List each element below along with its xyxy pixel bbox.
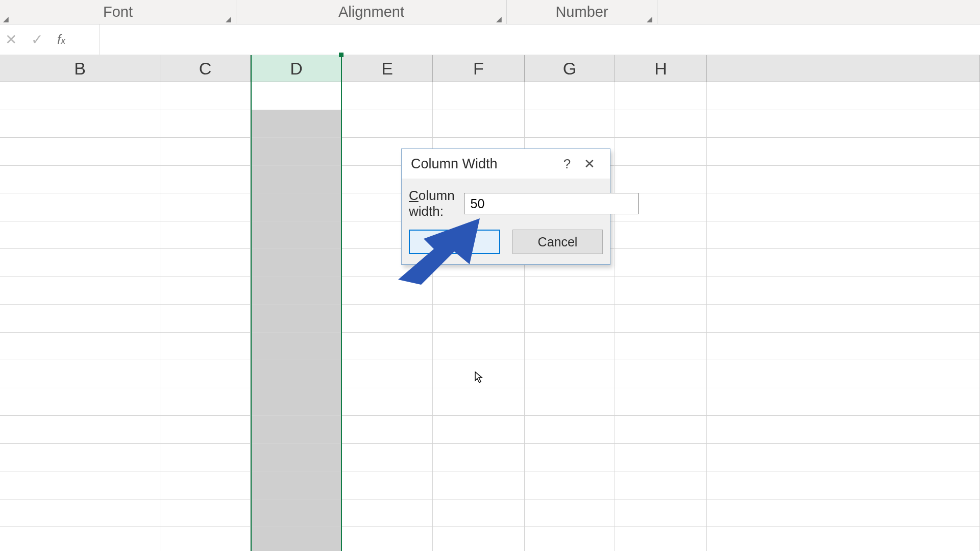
cell[interactable] (251, 416, 342, 443)
cell[interactable] (525, 416, 615, 443)
cell[interactable] (0, 360, 160, 388)
column-header-e[interactable]: E (342, 55, 433, 82)
cell[interactable] (160, 138, 251, 165)
cell[interactable] (160, 305, 251, 332)
cell[interactable] (0, 221, 160, 249)
cell[interactable] (525, 471, 615, 499)
cell[interactable] (251, 82, 342, 110)
cell[interactable] (0, 249, 160, 277)
cell[interactable] (707, 305, 980, 332)
cell[interactable] (342, 444, 433, 471)
column-header-d[interactable]: D (251, 55, 342, 82)
cell[interactable] (433, 82, 525, 110)
cell[interactable] (433, 416, 525, 443)
cell[interactable] (0, 499, 160, 527)
cell[interactable] (342, 277, 433, 305)
cell[interactable] (707, 444, 980, 471)
cell[interactable] (433, 499, 525, 527)
cell[interactable] (0, 416, 160, 443)
cell[interactable] (707, 471, 980, 499)
cell[interactable] (251, 360, 342, 388)
cell[interactable] (160, 110, 251, 138)
cell[interactable] (615, 166, 707, 193)
cell[interactable] (342, 471, 433, 499)
cell[interactable] (251, 221, 342, 249)
cell[interactable] (707, 82, 980, 110)
cell[interactable] (615, 527, 707, 551)
cell[interactable] (525, 388, 615, 416)
cell[interactable] (0, 527, 160, 551)
cell[interactable] (342, 110, 433, 138)
dialog-launcher-icon[interactable]: ◢ (496, 15, 503, 22)
fx-icon[interactable]: fx (57, 32, 65, 47)
cell[interactable] (525, 305, 615, 332)
cell[interactable] (433, 305, 525, 332)
cell[interactable] (251, 333, 342, 360)
cell[interactable] (615, 277, 707, 305)
cell[interactable] (0, 444, 160, 471)
cell[interactable] (525, 333, 615, 360)
cell[interactable] (160, 82, 251, 110)
dialog-titlebar[interactable]: Column Width ? ✕ (402, 149, 610, 179)
cell[interactable] (615, 360, 707, 388)
cell[interactable] (525, 360, 615, 388)
cell[interactable] (707, 388, 980, 416)
cell[interactable] (525, 499, 615, 527)
cell[interactable] (615, 388, 707, 416)
cell[interactable] (433, 360, 525, 388)
cell[interactable] (525, 82, 615, 110)
cell[interactable] (0, 471, 160, 499)
cell[interactable] (342, 82, 433, 110)
cell[interactable] (0, 277, 160, 305)
cell[interactable] (251, 471, 342, 499)
cell[interactable] (433, 388, 525, 416)
cell[interactable] (160, 527, 251, 551)
cell[interactable] (342, 499, 433, 527)
cell[interactable] (251, 444, 342, 471)
cell[interactable] (160, 166, 251, 193)
check-icon[interactable]: ✓ (31, 33, 43, 47)
cell[interactable] (251, 138, 342, 165)
cell[interactable] (433, 527, 525, 551)
ribbon-group-number[interactable]: Number ◢ (507, 0, 657, 24)
cell[interactable] (160, 471, 251, 499)
cell[interactable] (0, 333, 160, 360)
dialog-launcher-icon[interactable]: ◢ (3, 15, 10, 22)
cell[interactable] (251, 499, 342, 527)
cell[interactable] (0, 166, 160, 193)
column-header-f[interactable]: F (433, 55, 525, 82)
cell[interactable] (615, 444, 707, 471)
cell[interactable] (251, 527, 342, 551)
cell[interactable] (342, 416, 433, 443)
column-width-input[interactable] (464, 193, 639, 214)
cell[interactable] (525, 527, 615, 551)
cell[interactable] (707, 277, 980, 305)
cell[interactable] (251, 305, 342, 332)
cell[interactable] (615, 416, 707, 443)
cell[interactable] (707, 499, 980, 527)
cell[interactable] (342, 333, 433, 360)
cell[interactable] (160, 444, 251, 471)
cell[interactable] (160, 333, 251, 360)
cell[interactable] (707, 138, 980, 165)
cell[interactable] (525, 277, 615, 305)
cell[interactable] (707, 360, 980, 388)
cell[interactable] (160, 221, 251, 249)
ribbon-group-font[interactable]: ◢ Font ◢ (0, 0, 236, 24)
column-header-rest[interactable] (707, 55, 980, 82)
cell[interactable] (160, 277, 251, 305)
cell[interactable] (707, 527, 980, 551)
formula-input[interactable] (100, 24, 980, 55)
cell[interactable] (707, 193, 980, 221)
help-icon[interactable]: ? (556, 156, 578, 172)
column-header-h[interactable]: H (615, 55, 707, 82)
cell[interactable] (342, 527, 433, 551)
cancel-icon[interactable]: ✕ (5, 33, 17, 47)
cell[interactable] (0, 193, 160, 221)
cell[interactable] (707, 221, 980, 249)
cell[interactable] (160, 499, 251, 527)
cell[interactable] (251, 388, 342, 416)
column-header-b[interactable]: B (0, 55, 160, 82)
cell[interactable] (615, 499, 707, 527)
cell[interactable] (707, 333, 980, 360)
